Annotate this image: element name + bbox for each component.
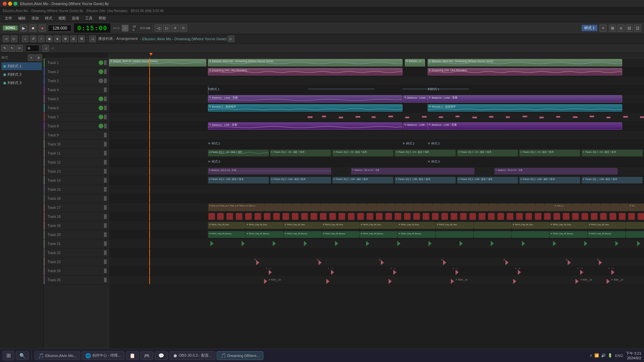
- track-vol-8[interactable]: [104, 124, 107, 128]
- track-row-6[interactable]: ✎ Reverb 2 - 混音电平 ✎ Reverb 2 - 混音电平: [109, 104, 644, 113]
- mixer-btn1[interactable]: ◁: [155, 24, 162, 32]
- track-header-24[interactable]: Track 24: [44, 266, 109, 276]
- taskbar-app4[interactable]: 🎮: [140, 351, 153, 360]
- track-vol-12[interactable]: [104, 160, 107, 165]
- track-vol-10[interactable]: [104, 142, 107, 146]
- track-row-3[interactable]: [109, 76, 644, 85]
- clip-5-1[interactable]: ✎ Balance - Lead - 音量: [208, 95, 402, 103]
- track-header-3[interactable]: Track 3: [44, 76, 109, 85]
- track-vol-23[interactable]: [104, 259, 107, 264]
- tb2-forward[interactable]: ▷: [11, 36, 17, 42]
- track-row-8[interactable]: ✎ Balance - LDB - 音量 ✎ Balance - LDB - 音…: [109, 122, 644, 131]
- clip-5-3[interactable]: ✎ Balance - Lead - 音量: [428, 95, 622, 103]
- track-header-14[interactable]: Track 14: [44, 176, 109, 185]
- track-header-23[interactable]: Track 23: [44, 257, 109, 266]
- track-header-25[interactable]: Track 25: [44, 276, 109, 285]
- track-vol-14[interactable]: [104, 178, 107, 183]
- menu-style[interactable]: 样式: [42, 15, 55, 21]
- menu-file[interactable]: 文件: [2, 15, 15, 21]
- clip-1-4[interactable]: ✕ Elluzion; Alvin Mo - Dreaming (Where Y…: [428, 59, 622, 66]
- tb2-solo[interactable]: ◉: [46, 36, 53, 42]
- next-btn[interactable]: ▷: [228, 36, 234, 42]
- track-mute-2[interactable]: [99, 69, 103, 74]
- track-header-10[interactable]: Track 10: [44, 140, 109, 149]
- track-row-25[interactable]: ✕ KSH__14 ✕ KSH__14 ✕ KSH__14 ✕ KSH__14: [109, 276, 644, 285]
- tb2-setting[interactable]: ⚙: [78, 36, 85, 42]
- snap-display[interactable]: ⊞: [26, 45, 39, 52]
- track-row-2[interactable]: ✕ Dreaming (Ver. Uka Remake) ✕ Dreaming …: [109, 67, 644, 76]
- mixer-btn4[interactable]: ↻: [180, 24, 187, 32]
- track-header-4[interactable]: Track 4: [44, 85, 109, 95]
- track-mute-7[interactable]: [99, 115, 103, 119]
- track-row-12[interactable]: ✕ 样式 3 ✕ 样式 3: [109, 158, 644, 167]
- track-vol-5[interactable]: [104, 97, 107, 101]
- clip-2-1[interactable]: ✕ Dreaming (Ver. Uka Remake): [208, 68, 402, 75]
- tb2-mute[interactable]: ○: [38, 36, 45, 42]
- clip-6-1[interactable]: ✎ Reverb 2 - 混音电平: [208, 104, 402, 112]
- menu-view[interactable]: 视图: [56, 15, 68, 21]
- track-mute-5[interactable]: [99, 97, 103, 101]
- track-row-16[interactable]: [109, 194, 644, 203]
- track-header-13[interactable]: Track 13: [44, 167, 109, 176]
- taskbar-dreaming[interactable]: 🎵 Dreaming (Where...: [217, 351, 263, 360]
- view-btn3[interactable]: ⊟: [626, 24, 633, 32]
- minimize-button[interactable]: [8, 2, 12, 6]
- track-row-24[interactable]: ✕ ···1 ✕ ···1 ✕ ···1 ✕ ···1 ✕ ···1 ✕ ···…: [109, 266, 644, 276]
- track-header-21[interactable]: Track 21: [44, 239, 109, 248]
- menu-options[interactable]: 选项: [69, 15, 82, 21]
- track-vol-7[interactable]: [104, 115, 107, 119]
- track-row-19[interactable]: ✕ TAIGA_Clap_08_Nuts ✕ TAIGA_Clap_08_Nut…: [109, 221, 644, 230]
- clock-display[interactable]: 下午 3:21 2024/6/2: [626, 351, 641, 360]
- song-mode-button[interactable]: SONG: [3, 25, 18, 31]
- track-mute-1[interactable]: [99, 60, 103, 65]
- mixer-btn3[interactable]: ↺: [171, 24, 179, 32]
- clip-1-1[interactable]: ✕ Elluzio. Alvin M. (where You've Gone): [109, 59, 206, 66]
- track-row-20[interactable]: ✕ TAIGA_Clap_05_Bouncy ✕ TAIGA_Clap_05_B…: [109, 230, 644, 239]
- track-row-10[interactable]: ✕ 样式 2 ✕ 样式 2 ✕ 样式 2: [109, 140, 644, 149]
- track-vol-16[interactable]: [104, 196, 107, 201]
- track-vol-11[interactable]: [104, 151, 107, 156]
- track-row-14[interactable]: ✕ Param. EQ 2 - LDB - 频段 7 频率 ✕ Param. E…: [109, 176, 644, 185]
- track-row-18[interactable]: [109, 212, 644, 221]
- track-row-7[interactable]: [109, 113, 644, 122]
- clip-6-2[interactable]: ✎ Reverb 2 - 混音电平: [428, 104, 622, 112]
- menu-tools[interactable]: 工具: [83, 15, 95, 21]
- track-header-16[interactable]: Track 16: [44, 194, 109, 203]
- track-row-17[interactable]: ✕ TAIG_unce ✕ TAIG_unce ✕ TAIG_unce ✕ TA…: [109, 203, 644, 212]
- metronome-btn[interactable]: ♩: [122, 25, 128, 32]
- clip-8-3[interactable]: ✎ Balance - LDB - 音量: [428, 122, 622, 130]
- track-header-2[interactable]: Track 2: [44, 67, 109, 76]
- track-vol-24[interactable]: [104, 268, 107, 273]
- tool-pencil[interactable]: ✎: [1, 45, 8, 52]
- track-row-23[interactable]: ✕ ✕ ✕ ✕ ✕ ✕ ✕: [109, 257, 644, 266]
- track-vol-13[interactable]: [104, 169, 107, 174]
- tool-cut[interactable]: ✂: [16, 45, 23, 52]
- taskbar-app3[interactable]: 📋: [126, 351, 139, 360]
- track-row-5[interactable]: ✎ Balance - Lead - 音量 ✎ Balance - Lead -…: [109, 95, 644, 104]
- track-vol-9[interactable]: [104, 133, 107, 137]
- track-header-17[interactable]: Track 17: [44, 203, 109, 212]
- tb2-home[interactable]: ⌂: [22, 36, 29, 42]
- view-btn2[interactable]: ≡: [617, 24, 625, 32]
- tb2-back[interactable]: ◁: [3, 36, 9, 42]
- clip-1-3[interactable]: ✕ Elluzio...u've Gone): [405, 59, 425, 66]
- lang-indicator[interactable]: ENG: [615, 354, 623, 358]
- pattern-item-2[interactable]: 列样式 2: [1, 71, 42, 78]
- close-button[interactable]: [3, 2, 7, 6]
- track-vol-25[interactable]: [104, 278, 107, 282]
- mixer-btn2[interactable]: ▷: [163, 24, 170, 32]
- close-panel-btn[interactable]: ✕: [35, 54, 42, 61]
- view-btn1[interactable]: ⊞: [609, 24, 616, 32]
- tb2-zoom-in[interactable]: ⊕: [62, 36, 69, 42]
- track-vol-21[interactable]: [104, 241, 107, 246]
- track-vol-19[interactable]: [104, 223, 107, 228]
- pattern-item-3[interactable]: 列样式 3: [1, 79, 42, 87]
- track-vol-6[interactable]: [104, 106, 107, 110]
- track-vol-4[interactable]: [104, 87, 107, 92]
- taskbar-fl-studio[interactable]: 🎵 Elluzion,Alvin Mo...: [35, 351, 80, 360]
- view-btn4[interactable]: ⊡: [634, 24, 641, 32]
- track-header-18[interactable]: Track 18: [44, 212, 109, 221]
- track-header-22[interactable]: Track 22: [44, 248, 109, 257]
- track-vol-2[interactable]: [104, 69, 107, 74]
- style-label[interactable]: 样式 1: [582, 25, 597, 31]
